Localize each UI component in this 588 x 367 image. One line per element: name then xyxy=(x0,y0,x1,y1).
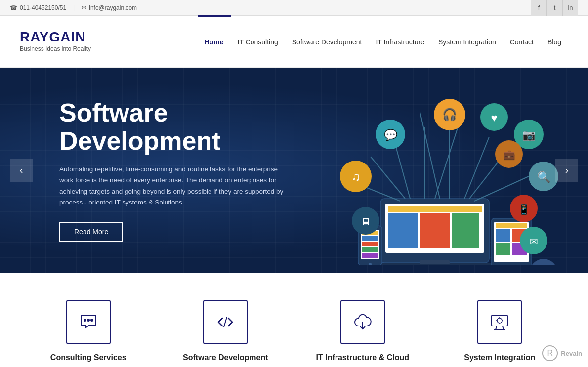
svg-point-55 xyxy=(84,319,86,321)
revain-label: Revain xyxy=(561,350,582,357)
social-links: f t in xyxy=(531,0,578,16)
consulting-icon-box xyxy=(66,300,111,344)
nav-item-home[interactable]: Home xyxy=(198,15,231,67)
svg-rect-11 xyxy=(362,236,378,241)
hero-content: Software Development Automating repetiti… xyxy=(0,99,326,242)
revain-logo-icon: R xyxy=(542,345,558,361)
svg-text:🖥: 🖥 xyxy=(361,216,371,227)
software-icon-box xyxy=(203,300,248,344)
svg-text:🎧: 🎧 xyxy=(442,107,457,122)
code-icon xyxy=(214,311,236,333)
logo-text: RAYGAIN xyxy=(20,30,91,44)
software-title: Software Development xyxy=(183,353,268,362)
svg-rect-60 xyxy=(492,315,507,326)
svg-rect-18 xyxy=(496,223,527,228)
service-software: Software Development Ensuring a great cu… xyxy=(168,300,282,367)
svg-point-56 xyxy=(87,319,89,321)
infrastructure-icon-box xyxy=(340,300,385,344)
svg-line-27 xyxy=(435,122,460,199)
integration-icon-box xyxy=(477,300,522,344)
infrastructure-title: IT Infrastructure & Cloud xyxy=(316,353,409,362)
main-nav: Home IT Consulting Software Development … xyxy=(198,15,568,67)
svg-rect-19 xyxy=(496,229,510,242)
facebook-icon[interactable]: f xyxy=(531,0,546,16)
svg-point-53 xyxy=(530,259,557,265)
topbar-contact: ☎ 011-40452150/51 | ✉ info@raygain.com xyxy=(10,4,137,11)
svg-text:✉: ✉ xyxy=(530,236,538,247)
nav-item-blog[interactable]: Blog xyxy=(541,15,568,67)
logo[interactable]: RAYGAIN Business Ideas into Reality xyxy=(20,30,91,52)
monitor-icon xyxy=(489,311,510,333)
service-integration: System Integration Building infrastructu… xyxy=(443,300,556,367)
svg-line-58 xyxy=(224,317,227,327)
svg-rect-2 xyxy=(388,206,482,212)
chat-icon xyxy=(78,311,99,333)
logo-tagline: Business Ideas into Reality xyxy=(20,45,91,52)
header: RAYGAIN Business Ideas into Reality Home… xyxy=(0,16,588,68)
svg-point-64 xyxy=(497,318,502,323)
email-icon: ✉ xyxy=(82,4,86,11)
phone-icon: ☎ xyxy=(10,4,17,11)
svg-text:📱: 📱 xyxy=(518,204,530,215)
svg-text:💼: 💼 xyxy=(503,149,515,161)
topbar: ☎ 011-40452150/51 | ✉ info@raygain.com f… xyxy=(0,0,588,16)
svg-rect-14 xyxy=(362,253,378,258)
svg-rect-3 xyxy=(388,213,418,248)
svg-rect-13 xyxy=(362,247,378,252)
divider: | xyxy=(73,4,75,11)
svg-line-28 xyxy=(420,112,440,199)
svg-line-61 xyxy=(496,326,497,330)
integration-title: System Integration xyxy=(464,353,535,362)
nav-item-software-dev[interactable]: Software Development xyxy=(285,15,369,67)
email-address: info@raygain.com xyxy=(89,4,137,11)
hero-illustration: 🎧 ♥ 📷 🔍 💼 💬 ♫ 🖥 📱 xyxy=(301,78,558,265)
svg-line-62 xyxy=(503,326,504,330)
svg-text:♥: ♥ xyxy=(491,112,497,124)
slider-prev-button[interactable]: ‹ xyxy=(10,159,33,182)
services-section: Consulting Services Guiding Enterprises … xyxy=(0,273,588,367)
svg-rect-7 xyxy=(420,260,450,264)
service-consulting: Consulting Services Guiding Enterprises … xyxy=(32,300,145,367)
svg-text:🔍: 🔍 xyxy=(537,170,551,184)
twitter-icon[interactable]: t xyxy=(546,0,562,16)
svg-rect-5 xyxy=(452,213,479,248)
phone-info: ☎ 011-40452150/51 xyxy=(10,4,66,11)
svg-rect-4 xyxy=(420,213,450,248)
hero-title: Software Development xyxy=(59,99,326,155)
nav-item-it-infrastructure[interactable]: IT Infrastructure xyxy=(369,15,431,67)
hero-description: Automating repetitive, time-consuming an… xyxy=(59,164,287,208)
svg-rect-21 xyxy=(496,243,510,255)
svg-text:💬: 💬 xyxy=(384,128,398,142)
hero-cta-button[interactable]: Read More xyxy=(59,222,123,242)
consulting-title: Consulting Services xyxy=(50,353,126,362)
svg-point-57 xyxy=(91,319,93,321)
svg-rect-12 xyxy=(362,242,378,246)
revain-watermark: R Revain xyxy=(542,345,582,361)
cloud-icon xyxy=(352,311,374,333)
nav-item-it-consulting[interactable]: IT Consulting xyxy=(231,15,285,67)
phone-number: 011-40452150/51 xyxy=(20,4,66,11)
nav-item-system-integration[interactable]: System Integration xyxy=(431,15,503,67)
hero-slider: ‹ Software Development Automating repeti… xyxy=(0,68,588,273)
service-infrastructure: IT Infrastructure & Cloud Helping custom… xyxy=(306,300,420,367)
svg-text:♫: ♫ xyxy=(351,170,360,183)
tech-illustration-svg: 🎧 ♥ 📷 🔍 💼 💬 ♫ 🖥 📱 xyxy=(301,78,558,265)
slider-next-button[interactable]: › xyxy=(555,159,578,182)
svg-text:📷: 📷 xyxy=(522,128,536,142)
linkedin-icon[interactable]: in xyxy=(562,0,578,16)
email-info: ✉ info@raygain.com xyxy=(82,4,137,11)
nav-item-contact[interactable]: Contact xyxy=(503,15,541,67)
